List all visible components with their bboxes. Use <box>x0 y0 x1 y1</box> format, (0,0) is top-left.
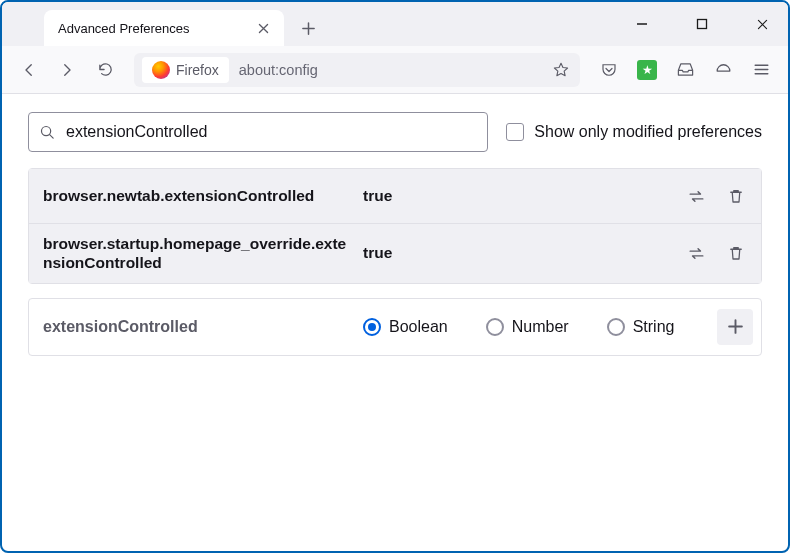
pref-row: browser.newtab.extensionControlled true <box>29 169 761 223</box>
delete-button[interactable] <box>719 179 753 213</box>
identity-box[interactable]: Firefox <box>142 57 229 83</box>
maximize-button[interactable] <box>682 7 722 41</box>
nav-toolbar: Firefox about:config ★ <box>2 46 788 94</box>
extension-icon[interactable]: ★ <box>630 53 664 87</box>
bookmark-star-icon[interactable] <box>546 55 576 85</box>
close-window-button[interactable] <box>742 7 782 41</box>
firefox-logo-icon <box>152 61 170 79</box>
back-button[interactable] <box>12 53 46 87</box>
browser-tab[interactable]: Advanced Preferences <box>44 10 284 46</box>
radio-string[interactable]: String <box>607 318 675 336</box>
minimize-button[interactable] <box>622 7 662 41</box>
identity-label: Firefox <box>176 62 219 78</box>
new-tab-button[interactable] <box>292 12 324 44</box>
show-modified-checkbox[interactable]: Show only modified preferences <box>506 123 762 141</box>
search-row: Show only modified preferences <box>28 112 762 152</box>
tab-title: Advanced Preferences <box>58 21 252 36</box>
show-modified-label: Show only modified preferences <box>534 123 762 141</box>
type-radio-group: Boolean Number String <box>363 318 707 336</box>
reload-button[interactable] <box>88 53 122 87</box>
radio-icon <box>363 318 381 336</box>
pref-name: browser.startup.homepage_override.extens… <box>43 234 353 273</box>
window-controls <box>622 2 782 46</box>
url-text: about:config <box>229 62 546 78</box>
radio-number[interactable]: Number <box>486 318 569 336</box>
radio-label: String <box>633 318 675 336</box>
radio-label: Boolean <box>389 318 448 336</box>
toggle-button[interactable] <box>679 236 713 270</box>
prefs-table: browser.newtab.extensionControlled true … <box>28 168 762 284</box>
search-input[interactable] <box>56 123 477 141</box>
radio-boolean[interactable]: Boolean <box>363 318 448 336</box>
radio-label: Number <box>512 318 569 336</box>
url-bar[interactable]: Firefox about:config <box>134 53 580 87</box>
tab-bar: Advanced Preferences <box>2 2 788 46</box>
forward-button[interactable] <box>50 53 84 87</box>
pref-row: browser.startup.homepage_override.extens… <box>29 223 761 283</box>
inbox-icon[interactable] <box>668 53 702 87</box>
close-tab-icon[interactable] <box>252 17 274 39</box>
radio-icon <box>607 318 625 336</box>
pref-name: browser.newtab.extensionControlled <box>43 186 353 205</box>
search-box[interactable] <box>28 112 488 152</box>
protection-icon[interactable] <box>706 53 740 87</box>
radio-icon <box>486 318 504 336</box>
pref-value: true <box>363 244 669 262</box>
add-pref-button[interactable] <box>717 309 753 345</box>
toggle-button[interactable] <box>679 179 713 213</box>
config-page: Show only modified preferences browser.n… <box>2 94 788 374</box>
search-icon <box>39 124 56 141</box>
menu-button[interactable] <box>744 53 778 87</box>
svg-rect-0 <box>698 20 707 29</box>
new-pref-name: extensionControlled <box>43 318 353 336</box>
checkbox-icon <box>506 123 524 141</box>
pocket-icon[interactable] <box>592 53 626 87</box>
pref-value: true <box>363 187 669 205</box>
delete-button[interactable] <box>719 236 753 270</box>
new-pref-row: extensionControlled Boolean Number Strin… <box>28 298 762 356</box>
